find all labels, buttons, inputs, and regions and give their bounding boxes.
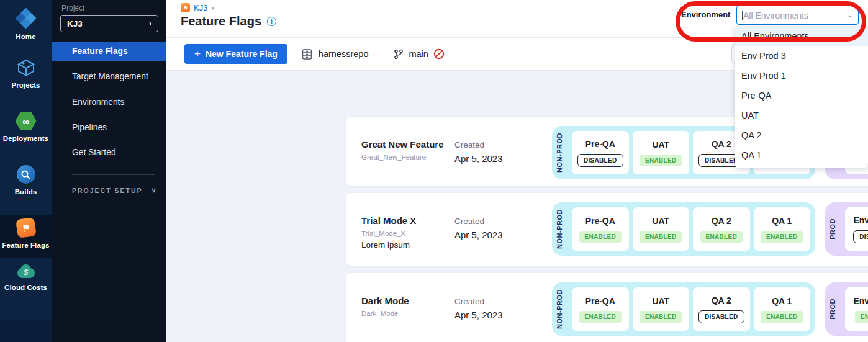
project-label: Project bbox=[61, 4, 84, 12]
rail-item-projects[interactable]: Projects bbox=[0, 55, 52, 89]
prod-label: PROD bbox=[829, 218, 841, 240]
environment-dropdown-menu: All Environments Env Prod 3 Env Prod 1 P… bbox=[735, 26, 868, 168]
main-content: ⚑ KJ3 › Feature Flags i + New Feature Fl… bbox=[166, 0, 868, 342]
chevron-down-icon: ∨ bbox=[151, 186, 156, 194]
info-icon[interactable]: i bbox=[267, 17, 276, 26]
new-feature-flag-button[interactable]: + New Feature Flag bbox=[184, 44, 287, 64]
env-card[interactable]: Pre-QADISABLED bbox=[572, 131, 629, 174]
nav-item-pipelines[interactable]: Pipelines bbox=[52, 118, 166, 138]
environment-select-value: All Environments bbox=[743, 11, 848, 20]
prod-env-group: PROD Env Prod 3DISABLED Env Prod 1ENABLE… bbox=[825, 202, 868, 256]
status-badge: ENABLED bbox=[640, 231, 682, 243]
page-title: Feature Flags i bbox=[181, 14, 276, 29]
text-cursor bbox=[742, 11, 743, 20]
breadcrumb-project[interactable]: KJ3 bbox=[194, 3, 207, 12]
status-badge: DISABLED bbox=[698, 310, 744, 323]
dropdown-option[interactable]: QA 1 bbox=[735, 145, 868, 165]
environment-select[interactable]: All Environments ⌄ bbox=[736, 6, 859, 25]
nav-item-get-started[interactable]: Get Started bbox=[52, 143, 166, 163]
feature-flags-page: Home Projects ∞ Deployments Builds ⚑ Fea… bbox=[0, 0, 868, 342]
rail-item-deployments[interactable]: ∞ Deployments bbox=[0, 108, 52, 142]
prohibited-icon bbox=[433, 48, 445, 60]
rail-label: Cloud Costs bbox=[4, 284, 47, 291]
rail-label: Builds bbox=[15, 188, 37, 196]
project-setup-label: PROJECT SETUP bbox=[72, 187, 143, 194]
flag-row[interactable]: Dark Mode Dark_Mode Created Apr 5, 2023 … bbox=[346, 273, 868, 342]
prod-env-group: PROD Env Prod 3ENABLED Env Prod 1ENABLED bbox=[825, 282, 868, 336]
env-card[interactable]: QA 2ENABLED bbox=[693, 207, 750, 251]
dropdown-option[interactable]: Env Prod 1 bbox=[735, 66, 868, 86]
plus-icon: + bbox=[194, 48, 201, 60]
repo-selector[interactable]: harnessrepo bbox=[301, 48, 369, 60]
chevron-down-icon: ⌄ bbox=[848, 11, 853, 19]
status-badge: ENABLED bbox=[761, 311, 803, 323]
rail-label: Projects bbox=[11, 81, 40, 89]
rail-item-feature-flags[interactable]: ⚑ Feature Flags bbox=[0, 215, 52, 258]
status-badge: ENABLED bbox=[640, 311, 682, 323]
flag-name[interactable]: Trial Mode X bbox=[361, 215, 416, 226]
branch-selector[interactable]: main bbox=[394, 48, 444, 60]
env-card[interactable]: Env Prod 3ENABLED bbox=[845, 287, 868, 331]
dropdown-option[interactable]: UAT bbox=[735, 106, 868, 125]
created-date: Apr 5, 2023 bbox=[454, 153, 503, 164]
status-badge: ENABLED bbox=[640, 155, 682, 166]
project-setup-toggle[interactable]: PROJECT SETUP ∨ bbox=[72, 186, 159, 194]
nav-divider bbox=[72, 174, 155, 175]
flag-created-block: Created Apr 5, 2023 bbox=[454, 297, 503, 320]
toolbar-divider bbox=[382, 47, 382, 61]
env-card[interactable]: UATENABLED bbox=[633, 287, 690, 331]
nav-item-feature-flags[interactable]: Feature Flags bbox=[52, 42, 166, 61]
env-card[interactable]: Env Prod 3DISABLED bbox=[845, 207, 868, 251]
environment-filter-label: Environment bbox=[681, 10, 730, 19]
env-card[interactable]: Pre-QAENABLED bbox=[572, 207, 629, 251]
status-badge: DISABLED bbox=[853, 230, 868, 243]
env-card[interactable]: QA 1ENABLED bbox=[754, 287, 811, 331]
flag-name[interactable]: Great New Feature bbox=[361, 139, 444, 150]
flag-identifier: Trial_Mode_X bbox=[361, 230, 416, 237]
home-icon bbox=[16, 9, 36, 29]
projects-icon bbox=[17, 58, 35, 77]
dropdown-option[interactable]: Env Prod 3 bbox=[735, 46, 868, 66]
rail-item-cloud-costs[interactable]: $ Cloud Costs bbox=[0, 261, 52, 291]
flag-identifier: Dark_Mode bbox=[361, 310, 409, 317]
dropdown-option[interactable]: Pre-QA bbox=[735, 86, 868, 106]
feature-flags-icon: ⚑ bbox=[16, 217, 37, 238]
rail-item-builds[interactable]: Builds bbox=[0, 161, 52, 196]
module-rail: Home Projects ∞ Deployments Builds ⚑ Fea… bbox=[0, 0, 52, 342]
chevron-right-icon: › bbox=[211, 4, 214, 12]
deployments-icon: ∞ bbox=[16, 112, 37, 130]
nav-item-environments[interactable]: Environments bbox=[52, 92, 166, 112]
status-badge: ENABLED bbox=[579, 311, 622, 323]
flag-name-block: Trial Mode X Trial_Mode_X Lorem ipsum bbox=[361, 215, 416, 250]
status-badge: ENABLED bbox=[761, 231, 803, 243]
status-badge: DISABLED bbox=[577, 154, 623, 167]
env-card[interactable]: UATENABLED bbox=[633, 131, 690, 174]
flag-created-block: Created Apr 5, 2023 bbox=[454, 140, 503, 164]
created-label: Created bbox=[454, 217, 503, 226]
nonprod-env-group: NON-PROD Pre-QAENABLED UATENABLED QA 2EN… bbox=[552, 202, 815, 256]
flag-name-block: Dark Mode Dark_Mode bbox=[361, 295, 409, 317]
env-card[interactable]: QA 1ENABLED bbox=[754, 207, 811, 251]
created-label: Created bbox=[454, 140, 503, 150]
nav-item-target-management[interactable]: Target Management bbox=[52, 67, 166, 87]
repository-icon bbox=[301, 48, 313, 60]
env-card[interactable]: Pre-QAENABLED bbox=[572, 287, 629, 331]
rail-label: Home bbox=[16, 33, 35, 40]
project-nav: Project KJ3 › Feature Flags Target Manag… bbox=[52, 0, 166, 342]
env-card[interactable]: QA 2DISABLED bbox=[693, 287, 750, 331]
chevron-right-icon: › bbox=[149, 19, 151, 28]
created-date: Apr 5, 2023 bbox=[454, 310, 503, 320]
dropdown-option[interactable]: QA 2 bbox=[735, 125, 868, 145]
builds-icon bbox=[17, 165, 35, 184]
status-badge: ENABLED bbox=[700, 231, 743, 243]
rail-item-home[interactable]: Home bbox=[0, 5, 52, 40]
flag-name[interactable]: Dark Mode bbox=[361, 295, 409, 306]
cloud-costs-icon: $ bbox=[16, 264, 37, 279]
nonprod-env-group: NON-PROD Pre-QAENABLED UATENABLED QA 2DI… bbox=[552, 282, 815, 336]
dropdown-option[interactable]: All Environments bbox=[735, 26, 868, 46]
flag-row[interactable]: Trial Mode X Trial_Mode_X Lorem ipsum Cr… bbox=[346, 193, 868, 266]
project-selector[interactable]: KJ3 › bbox=[60, 15, 158, 32]
env-card[interactable]: UATENABLED bbox=[633, 207, 690, 251]
breadcrumb[interactable]: ⚑ KJ3 › bbox=[181, 3, 214, 12]
flag-created-block: Created Apr 5, 2023 bbox=[454, 217, 503, 240]
